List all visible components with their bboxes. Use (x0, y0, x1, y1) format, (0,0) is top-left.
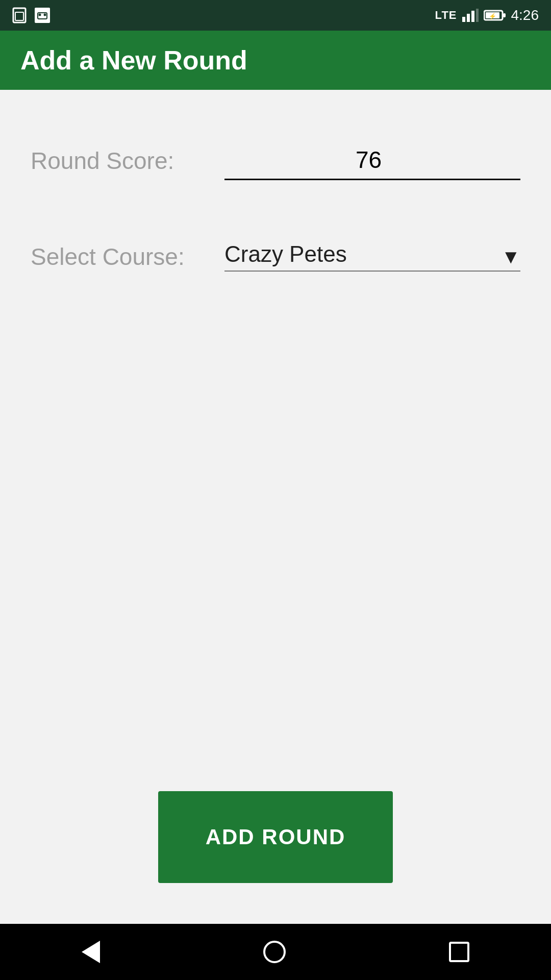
status-time: 4:26 (511, 7, 539, 23)
course-select-wrapper: Crazy Petes Pine Valley Augusta Pebble B… (224, 241, 520, 272)
course-select[interactable]: Crazy Petes Pine Valley Augusta Pebble B… (224, 241, 520, 266)
recents-icon (449, 942, 469, 962)
page-title: Add a New Round (20, 45, 531, 76)
svg-rect-2 (35, 8, 50, 23)
content-spacer (31, 312, 520, 791)
sim-icon (12, 7, 27, 23)
svg-point-3 (39, 14, 41, 16)
svg-point-4 (44, 14, 46, 16)
nav-recents-button[interactable] (449, 942, 469, 962)
nav-back-button[interactable] (82, 941, 100, 963)
round-score-row: Round Score: (31, 141, 520, 180)
android-icon (34, 7, 51, 24)
course-select-container: Crazy Petes Pine Valley Augusta Pebble B… (224, 241, 520, 272)
status-bar-right: LTE ⚡ 4:26 (435, 7, 539, 23)
nav-bar (0, 924, 551, 980)
add-round-button[interactable]: ADD ROUND (158, 791, 393, 883)
select-course-row: Select Course: Crazy Petes Pine Valley A… (31, 241, 520, 272)
svg-rect-1 (15, 12, 23, 20)
round-score-input-container (224, 141, 520, 180)
nav-home-button[interactable] (263, 941, 286, 963)
svg-text:⚡: ⚡ (488, 12, 496, 20)
signal-icon (462, 9, 479, 22)
battery-icon: ⚡ (484, 9, 506, 22)
status-bar-left (12, 7, 51, 24)
round-score-input[interactable] (224, 141, 520, 180)
lte-label: LTE (435, 9, 457, 22)
svg-rect-9 (467, 14, 470, 22)
svg-rect-10 (471, 11, 474, 22)
home-icon (263, 941, 286, 963)
content-area: Round Score: Select Course: Crazy Petes … (0, 90, 551, 924)
round-score-label: Round Score: (31, 147, 224, 175)
svg-rect-14 (503, 13, 506, 17)
back-icon (82, 941, 100, 963)
svg-rect-8 (462, 17, 465, 22)
status-bar: LTE ⚡ 4:26 (0, 0, 551, 31)
svg-rect-11 (476, 9, 479, 22)
app-bar: Add a New Round (0, 31, 551, 90)
select-course-label: Select Course: (31, 243, 224, 271)
